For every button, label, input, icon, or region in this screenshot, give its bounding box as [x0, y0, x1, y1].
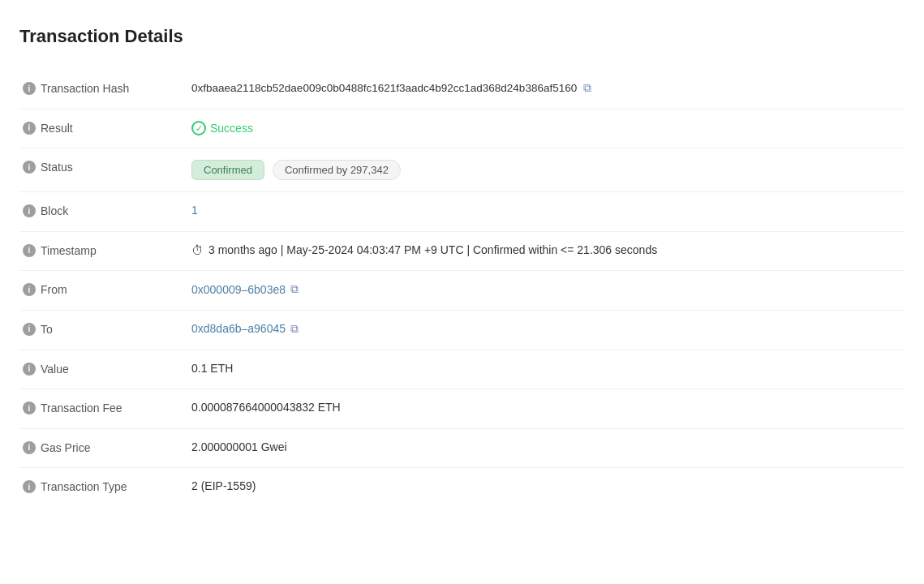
row-result: i Result ✓ Success	[19, 109, 905, 148]
row-from: i From 0x000009–6b03e8 ⧉	[19, 271, 905, 311]
success-badge: ✓ Success	[191, 121, 253, 135]
details-table: i Transaction Hash 0xfbaaea2118cb52dae00…	[19, 70, 905, 507]
info-icon-value: i	[23, 363, 36, 376]
row-transaction-hash: i Transaction Hash 0xfbaaea2118cb52dae00…	[19, 70, 905, 109]
label-text-gas-price: Gas Price	[41, 440, 90, 457]
copy-from-button[interactable]: ⧉	[290, 282, 299, 296]
label-text-timestamp: Timestamp	[41, 243, 97, 260]
timestamp-container: ⏱ 3 months ago | May-25-2024 04:03:47 PM…	[191, 243, 895, 257]
value-eth: 0.1 ETH	[182, 350, 905, 389]
from-address-link[interactable]: 0x000009–6b03e8 ⧉	[191, 282, 299, 296]
from-address-text: 0x000009–6b03e8	[191, 283, 286, 296]
info-icon-transaction-fee: i	[23, 402, 36, 414]
row-to: i To 0xd8da6b–a96045 ⧉	[19, 310, 905, 350]
clock-icon: ⏱	[191, 243, 204, 257]
label-timestamp: i Timestamp	[19, 231, 182, 271]
page-title: Transaction Details	[19, 26, 905, 47]
info-icon-block: i	[23, 204, 36, 217]
value-status: Confirmed Confirmed by 297,342	[182, 148, 905, 192]
value-gas-price: 2.000000001 Gwei	[182, 428, 905, 468]
label-text-from: From	[41, 282, 67, 298]
success-text: Success	[210, 122, 253, 135]
success-icon: ✓	[191, 121, 206, 135]
info-icon-from: i	[23, 283, 36, 296]
info-icon-to: i	[23, 323, 36, 336]
row-status: i Status Confirmed Confirmed by 297,342	[19, 148, 905, 192]
label-transaction-fee: i Transaction Fee	[19, 389, 182, 429]
info-icon-result: i	[23, 122, 36, 135]
label-transaction-type: i Transaction Type	[19, 468, 182, 507]
label-transaction-hash: i Transaction Hash	[19, 70, 182, 109]
label-text-transaction-hash: Transaction Hash	[41, 81, 129, 97]
value-block: 1	[182, 192, 905, 232]
label-text-transaction-type: Transaction Type	[41, 479, 127, 496]
label-text-block: Block	[41, 204, 68, 220]
label-text-transaction-fee: Transaction Fee	[41, 401, 122, 417]
info-icon-status: i	[23, 161, 36, 174]
row-value: i Value 0.1 ETH	[19, 350, 905, 389]
value-from: 0x000009–6b03e8 ⧉	[182, 271, 905, 311]
transaction-details-page: Transaction Details i Transaction Hash 0…	[0, 0, 924, 533]
info-icon-transaction-hash: i	[23, 82, 36, 95]
block-link[interactable]: 1	[191, 204, 198, 217]
confirmed-badge: Confirmed	[191, 160, 264, 180]
status-row: Confirmed Confirmed by 297,342	[191, 160, 895, 180]
info-icon-timestamp: i	[23, 244, 36, 257]
confirmed-by-badge: Confirmed by 297,342	[273, 160, 401, 180]
timestamp-text: 3 months ago | May-25-2024 04:03:47 PM +…	[208, 243, 657, 256]
copy-hash-button[interactable]: ⧉	[583, 81, 591, 95]
label-block: i Block	[19, 192, 182, 232]
row-timestamp: i Timestamp ⏱ 3 months ago | May-25-2024…	[19, 231, 905, 271]
row-transaction-type: i Transaction Type 2 (EIP-1559)	[19, 468, 905, 507]
row-transaction-fee: i Transaction Fee 0.000087664000043832 E…	[19, 389, 905, 429]
label-from: i From	[19, 271, 182, 311]
label-gas-price: i Gas Price	[19, 428, 182, 468]
to-address-link[interactable]: 0xd8da6b–a96045 ⧉	[191, 322, 299, 336]
label-text-to: To	[41, 322, 53, 338]
label-to: i To	[19, 310, 182, 350]
label-status: i Status	[19, 148, 182, 192]
label-text-value: Value	[41, 362, 69, 378]
hash-text: 0xfbaaea2118cb52dae009c0b0488fc1621f3aad…	[191, 82, 577, 94]
hash-container: 0xfbaaea2118cb52dae009c0b0488fc1621f3aad…	[191, 81, 895, 95]
copy-to-button[interactable]: ⧉	[290, 322, 299, 336]
value-transaction-hash: 0xfbaaea2118cb52dae009c0b0488fc1621f3aad…	[182, 70, 905, 109]
value-result: ✓ Success	[182, 109, 905, 148]
value-transaction-type: 2 (EIP-1559)	[182, 468, 905, 507]
to-address-text: 0xd8da6b–a96045	[191, 322, 286, 335]
label-result: i Result	[19, 109, 182, 148]
row-block: i Block 1	[19, 192, 905, 232]
label-value: i Value	[19, 350, 182, 389]
info-icon-transaction-type: i	[23, 480, 36, 493]
value-to: 0xd8da6b–a96045 ⧉	[182, 310, 905, 350]
value-timestamp: ⏱ 3 months ago | May-25-2024 04:03:47 PM…	[182, 231, 905, 271]
label-text-status: Status	[41, 160, 73, 176]
label-text-result: Result	[41, 121, 73, 137]
row-gas-price: i Gas Price 2.000000001 Gwei	[19, 428, 905, 468]
info-icon-gas-price: i	[23, 441, 36, 454]
value-transaction-fee: 0.000087664000043832 ETH	[182, 389, 905, 429]
